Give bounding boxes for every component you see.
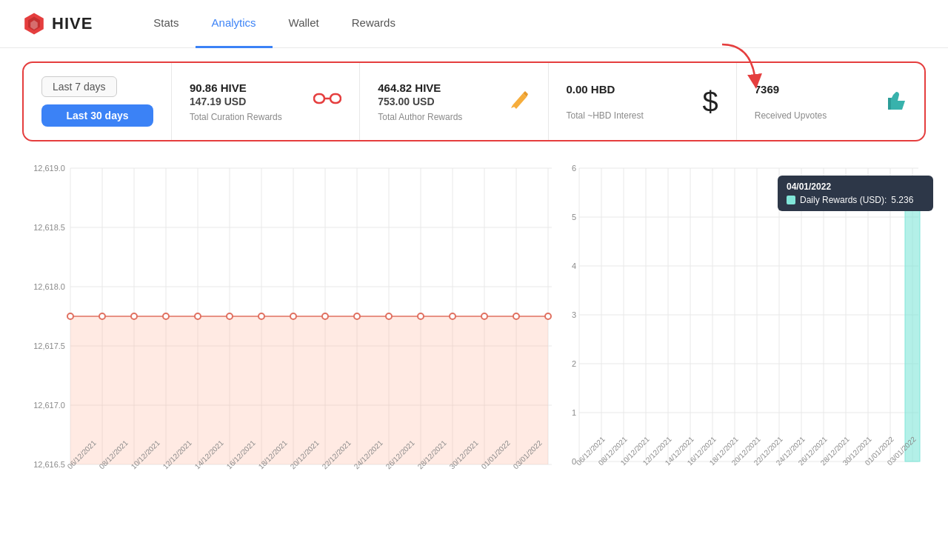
svg-point-46 bbox=[354, 313, 360, 319]
left-chart-svg: 12,619.0 12,618.5 12,618.0 12,617.5 12,6… bbox=[22, 155, 563, 510]
svg-text:1: 1 bbox=[572, 408, 576, 417]
svg-point-47 bbox=[386, 313, 392, 319]
svg-point-38 bbox=[99, 313, 105, 319]
nav-wallet[interactable]: Wallet bbox=[273, 0, 336, 48]
logo-text: HIVE bbox=[52, 14, 93, 33]
curation-hive-value: 90.86 HIVE bbox=[190, 81, 306, 96]
charts-row: 12,619.0 12,618.5 12,618.0 12,617.5 12,6… bbox=[0, 155, 948, 513]
svg-text:12,617.0: 12,617.0 bbox=[33, 401, 65, 410]
svg-text:12,617.5: 12,617.5 bbox=[33, 341, 65, 350]
svg-rect-3 bbox=[314, 94, 324, 103]
red-arrow-annotation bbox=[707, 41, 767, 100]
svg-rect-4 bbox=[330, 94, 341, 103]
svg-point-52 bbox=[545, 313, 551, 319]
author-hive-value: 464.82 HIVE bbox=[378, 81, 501, 96]
svg-point-40 bbox=[163, 313, 169, 319]
svg-point-41 bbox=[195, 313, 201, 319]
last7-label[interactable]: Last 7 days bbox=[41, 76, 117, 97]
svg-text:12,619.0: 12,619.0 bbox=[33, 164, 65, 173]
svg-rect-98 bbox=[905, 205, 920, 461]
hbd-info: 0.00 HBD Total ~HBD Interest bbox=[567, 82, 695, 121]
hive-logo-icon bbox=[22, 12, 46, 36]
tooltip-label: Daily Rewards (USD): bbox=[800, 195, 887, 205]
hbd-value: 0.00 HBD bbox=[567, 82, 695, 97]
chart-tooltip: 04/01/2022 Daily Rewards (USD): 5.236 bbox=[778, 176, 933, 211]
upvotes-label: Received Upvotes bbox=[755, 110, 875, 121]
svg-point-49 bbox=[450, 313, 455, 319]
svg-text:4: 4 bbox=[572, 261, 576, 270]
svg-point-43 bbox=[258, 313, 264, 319]
svg-point-50 bbox=[481, 313, 487, 319]
stats-bar: Last 7 days Last 30 days 90.86 HIVE 147.… bbox=[22, 61, 926, 141]
svg-text:12,618.5: 12,618.5 bbox=[33, 223, 65, 232]
svg-point-42 bbox=[227, 313, 233, 319]
svg-rect-8 bbox=[888, 98, 891, 110]
upvotes-count: 7369 bbox=[755, 82, 875, 97]
main-nav: Stats Analytics Wallet Rewards bbox=[137, 0, 412, 48]
hbd-label: Total ~HBD Interest bbox=[567, 110, 695, 121]
svg-text:3: 3 bbox=[572, 310, 576, 319]
author-rewards-cell: 464.82 HIVE 753.00 USD Total Author Rewa… bbox=[360, 63, 548, 140]
svg-text:5: 5 bbox=[572, 213, 576, 221]
svg-text:2: 2 bbox=[572, 359, 576, 368]
svg-point-39 bbox=[131, 313, 137, 319]
svg-text:6: 6 bbox=[572, 164, 576, 173]
svg-text:12,618.0: 12,618.0 bbox=[33, 282, 65, 291]
left-chart-container: 12,619.0 12,618.5 12,618.0 12,617.5 12,6… bbox=[22, 155, 563, 513]
date-selector: Last 7 days Last 30 days bbox=[24, 63, 172, 140]
tooltip-value: 5.236 bbox=[891, 195, 913, 205]
nav-rewards[interactable]: Rewards bbox=[336, 0, 412, 48]
glasses-icon bbox=[313, 89, 341, 114]
author-info: 464.82 HIVE 753.00 USD Total Author Rewa… bbox=[378, 81, 501, 122]
header: HIVE Stats Analytics Wallet Rewards bbox=[0, 0, 948, 48]
last30-button[interactable]: Last 30 days bbox=[41, 104, 153, 127]
svg-point-44 bbox=[290, 313, 296, 319]
upvotes-info: 7369 Received Upvotes bbox=[755, 82, 875, 121]
nav-stats[interactable]: Stats bbox=[137, 0, 195, 48]
svg-point-51 bbox=[513, 313, 519, 319]
author-usd-value: 753.00 USD bbox=[378, 96, 501, 107]
svg-text:12,616.5: 12,616.5 bbox=[33, 460, 65, 469]
curation-usd-value: 147.19 USD bbox=[190, 96, 306, 107]
curation-info: 90.86 HIVE 147.19 USD Total Curation Rew… bbox=[190, 81, 306, 122]
curation-label: Total Curation Rewards bbox=[190, 112, 306, 122]
thumbsup-icon bbox=[883, 87, 907, 116]
svg-point-45 bbox=[322, 313, 328, 319]
tooltip-date: 04/01/2022 bbox=[787, 181, 924, 192]
svg-point-37 bbox=[67, 313, 73, 319]
logo: HIVE bbox=[22, 12, 93, 36]
author-label: Total Author Rewards bbox=[378, 112, 501, 122]
nav-analytics[interactable]: Analytics bbox=[196, 0, 273, 48]
tooltip-row: Daily Rewards (USD): 5.236 bbox=[787, 195, 924, 205]
curation-rewards-cell: 90.86 HIVE 147.19 USD Total Curation Rew… bbox=[172, 63, 360, 140]
tooltip-color-indicator bbox=[787, 196, 795, 204]
right-chart-container: 04/01/2022 Daily Rewards (USD): 5.236 6 … bbox=[563, 155, 933, 513]
pencil-icon bbox=[510, 89, 530, 115]
svg-point-48 bbox=[418, 313, 424, 319]
